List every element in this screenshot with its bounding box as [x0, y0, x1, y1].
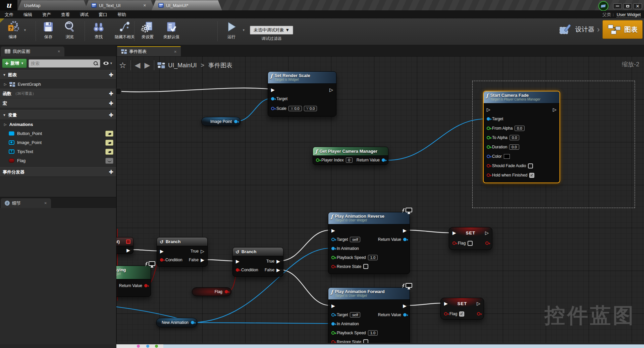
node-branch-2[interactable]: ↺ Branch ▶ True ▶ Condition False ▶: [232, 247, 283, 277]
restore-state-pin[interactable]: [331, 340, 335, 343]
exec-in-pin[interactable]: ▶: [331, 303, 335, 308]
node-get-player-camera-manager[interactable]: ƒ Get Player Camera Manager Player Index…: [313, 147, 388, 165]
restore-state-checkbox[interactable]: [363, 264, 368, 269]
graph-canvas[interactable]: ☆ ◀ ▶ UI_MainUI > 事件图表 缩放-2 控件蓝图: [116, 56, 644, 343]
menu-file[interactable]: 文件: [5, 12, 13, 18]
node-is-animation-playing-partial[interactable]: laying idget Return Value: [116, 266, 151, 297]
target-self-box[interactable]: self: [350, 237, 360, 242]
collapse-icon[interactable]: ▼: [3, 113, 6, 117]
tab-usemap[interactable]: UseMap: [17, 0, 88, 10]
add-graph-button[interactable]: ✚: [109, 72, 113, 78]
menu-help[interactable]: 帮助: [117, 12, 126, 18]
nav-back-icon[interactable]: ◀: [135, 61, 141, 70]
expand-icon[interactable]: ▷: [4, 123, 7, 126]
exec-out-pin[interactable]: ▷: [329, 87, 333, 92]
player-index-pin[interactable]: [316, 158, 319, 162]
playback-speed-pin[interactable]: [331, 331, 335, 335]
exec-in-pin[interactable]: ▶: [331, 228, 335, 233]
add-macro-button[interactable]: ✚: [109, 101, 113, 106]
flag-in-pin[interactable]: [444, 312, 447, 316]
expand-icon[interactable]: ▷: [4, 82, 7, 86]
node-set-render-scale[interactable]: ƒ Set Render Scale Target is Widget ▶ ▷ …: [268, 71, 336, 117]
close-tab-icon[interactable]: ✕: [143, 3, 146, 8]
close-tab-icon[interactable]: ✕: [58, 50, 60, 53]
node-partial-point[interactable]: oint) ▶: [116, 237, 133, 254]
variable-flag[interactable]: Flag: [0, 156, 116, 165]
breadcrumb-root[interactable]: UI_MainUI: [168, 62, 197, 69]
node-get-flag[interactable]: Flag: [192, 287, 231, 296]
flag-checkbox[interactable]: [459, 311, 464, 317]
should-fade-audio-pin[interactable]: [487, 164, 490, 167]
node-start-camera-fade[interactable]: ƒ Start Camera Fade Target is Player Cam…: [483, 91, 560, 183]
close-button[interactable]: ✕: [633, 3, 642, 9]
variable-button-point[interactable]: Button_Point: [0, 129, 116, 138]
exec-out-pin[interactable]: ▷: [553, 107, 556, 112]
duration-input[interactable]: 0.0: [509, 144, 519, 150]
add-new-button[interactable]: ✚ 新增 ▼: [2, 59, 27, 68]
scale-pin[interactable]: [271, 107, 274, 110]
visibility-filter-button[interactable]: ▼: [102, 62, 114, 65]
target-pin[interactable]: [487, 117, 490, 121]
exec-in-pin[interactable]: ▶: [160, 249, 164, 254]
false-pin[interactable]: ▶: [201, 258, 204, 262]
search-box[interactable]: [29, 59, 100, 68]
flag-in-pin[interactable]: [452, 241, 456, 245]
duration-pin[interactable]: [487, 145, 490, 149]
exec-out-pin[interactable]: ▷: [485, 230, 489, 235]
class-defaults-button[interactable]: 类默认值: [158, 20, 184, 40]
tab-my-blueprint[interactable]: 我的蓝图 ✕: [1, 47, 64, 56]
exec-out-pin[interactable]: ▶: [403, 303, 407, 308]
exec-in-pin[interactable]: ▶: [444, 301, 448, 306]
play-options-caret[interactable]: ▼: [242, 28, 245, 32]
minimize-button[interactable]: [613, 3, 622, 9]
target-self-box[interactable]: self: [350, 312, 360, 318]
menu-view[interactable]: 查看: [61, 12, 70, 18]
node-branch-1[interactable]: ↺ Branch ▶ True ▷ Condition False ▶: [157, 237, 208, 267]
eye-visible-icon[interactable]: [105, 140, 113, 146]
find-button[interactable]: 查找: [88, 20, 109, 40]
menu-debug[interactable]: 调试: [80, 12, 89, 18]
debug-object-dropdown[interactable]: 未选中调试对象 ▼: [250, 26, 293, 34]
node-set-flag-2[interactable]: ▶ SET ▷ Flag: [440, 298, 484, 320]
target-pin[interactable]: [331, 238, 335, 241]
condition-pin[interactable]: [236, 268, 239, 272]
node-get-new-animation[interactable]: New Animation: [156, 318, 198, 327]
restore-state-checkbox[interactable]: [363, 339, 368, 343]
from-alpha-pin[interactable]: [487, 127, 490, 130]
add-function-button[interactable]: ✚: [109, 91, 113, 96]
flag-out-pin[interactable]: [485, 241, 489, 245]
compile-button[interactable]: ? 编译: [2, 20, 23, 40]
section-macros[interactable]: 宏 ✚: [0, 98, 116, 108]
in-animation-pin[interactable]: [331, 247, 335, 250]
designer-mode-button[interactable]: 设计器: [558, 23, 594, 36]
to-alpha-input[interactable]: 0.0: [509, 135, 519, 140]
item-eventgraph[interactable]: ▷ EventGraph: [0, 80, 116, 89]
color-swatch[interactable]: [504, 154, 510, 159]
to-alpha-pin[interactable]: [487, 136, 490, 139]
restore-state-pin[interactable]: [331, 265, 335, 268]
compile-options-caret[interactable]: ▼: [23, 28, 26, 32]
exec-out-pin[interactable]: ▶: [126, 248, 130, 253]
eye-visible-icon[interactable]: [105, 131, 113, 137]
return-value-pin[interactable]: [403, 313, 407, 317]
variable-tipstext[interactable]: T TipsText: [0, 147, 116, 156]
return-value-pin[interactable]: [382, 158, 385, 162]
favorite-star-icon[interactable]: ☆: [119, 61, 126, 70]
tab-ui-mainui[interactable]: UI_MainUI*: [152, 0, 222, 10]
collapse-icon[interactable]: ▼: [3, 73, 6, 77]
hide-unrelated-button[interactable]: 隐藏不相关: [109, 20, 140, 40]
parent-class-link[interactable]: User Widget: [616, 12, 641, 17]
breadcrumb-leaf[interactable]: 事件图表: [208, 61, 232, 69]
nav-forward-icon[interactable]: ▶: [144, 61, 150, 70]
class-settings-button[interactable]: 类设置: [137, 20, 158, 40]
add-variable-button[interactable]: ✚: [109, 113, 113, 118]
node-play-animation-forward[interactable]: ƒ Play Animation Forward Target is User …: [328, 287, 410, 343]
playback-speed-pin[interactable]: [331, 256, 335, 259]
playback-speed-input[interactable]: 1.0: [368, 255, 378, 260]
return-value-pin[interactable]: [144, 284, 148, 287]
group-animations[interactable]: ▷ Animations: [0, 120, 116, 129]
search-input[interactable]: [31, 61, 92, 66]
scale-x-input[interactable]: X0.0: [288, 106, 302, 111]
flag-output-pin[interactable]: [225, 290, 228, 293]
color-pin[interactable]: [487, 155, 490, 158]
